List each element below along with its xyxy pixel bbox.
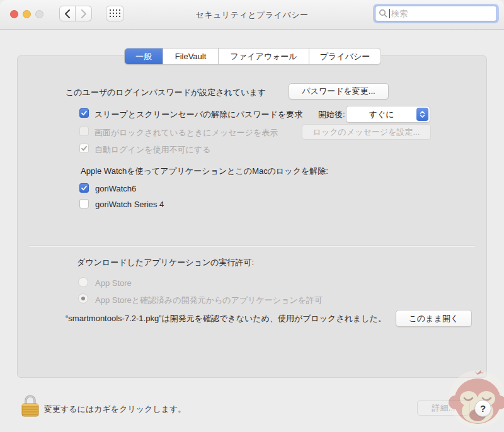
search-input[interactable] xyxy=(390,8,493,19)
gori-me-monkey-watermark xyxy=(448,370,504,429)
search-field[interactable] xyxy=(375,6,497,21)
app-store-radio-label: App Store xyxy=(95,278,132,288)
lock-icon[interactable] xyxy=(21,392,40,421)
open-anyway-button[interactable]: このまま開く xyxy=(396,310,472,327)
zoom-button-disabled xyxy=(35,10,43,18)
password-delay-popup[interactable]: すぐに xyxy=(346,106,430,123)
general-tab-panel xyxy=(17,55,487,378)
advanced-button: 詳細... xyxy=(417,401,470,416)
up-down-chevrons-icon xyxy=(419,110,426,118)
tab-filevault[interactable]: FileVault xyxy=(163,48,219,64)
radio-dot xyxy=(81,297,85,300)
search-icon xyxy=(379,9,388,18)
grid-icon xyxy=(110,9,120,18)
disable-auto-login-label: 自動ログインを使用不可にする xyxy=(94,144,210,156)
popup-arrows xyxy=(416,108,428,121)
security-privacy-window: セキュリティとプライバシー 一般 FileVault ファイアウォール プライバ… xyxy=(0,0,504,432)
require-password-checkbox[interactable] xyxy=(79,108,89,118)
identified-developers-radio-label: App Storeと確認済みの開発元からのアプリケーションを許可 xyxy=(95,295,323,306)
checkmark-icon xyxy=(81,145,88,152)
change-password-button[interactable]: パスワードを変更... xyxy=(289,83,389,99)
app-store-radio xyxy=(78,277,88,287)
downloads-heading: ダウンロードしたアプリケーションの実行許可: xyxy=(77,257,254,268)
help-button[interactable]: ? xyxy=(474,400,491,417)
window-title: セキュリティとプライバシー xyxy=(145,9,359,21)
tab-privacy[interactable]: プライバシー xyxy=(309,48,381,64)
title-bar: セキュリティとプライバシー xyxy=(0,0,504,30)
lock-hint-label: 変更するにはカギをクリックします。 xyxy=(44,404,186,415)
after-label: 開始後: xyxy=(318,109,345,120)
nav-buttons xyxy=(59,6,92,21)
show-message-label: 画面がロックされているときにメッセージを表示 xyxy=(94,127,278,139)
goriwatch-series4-label: goriWatch Series 4 xyxy=(95,200,164,209)
password-status-label: このユーザのログインパスワードが設定されています xyxy=(66,87,266,98)
show-all-button[interactable] xyxy=(106,6,124,21)
chevron-left-icon xyxy=(64,9,71,18)
goriwatch6-label: goriWatch6 xyxy=(95,184,136,193)
goriwatch6-checkbox[interactable] xyxy=(79,183,89,193)
forward-button[interactable] xyxy=(76,6,92,21)
tab-firewall[interactable]: ファイアウォール xyxy=(219,48,309,64)
show-message-checkbox xyxy=(79,127,89,136)
set-lock-message-button: ロックのメッセージを設定... xyxy=(302,124,431,140)
checkmark-icon xyxy=(81,185,88,191)
identified-developers-radio xyxy=(78,293,88,304)
minimize-button[interactable] xyxy=(23,10,31,18)
apple-watch-heading: Apple Watchを使ってアプリケーションとこのMacのロックを解除: xyxy=(81,166,328,177)
chevron-right-icon xyxy=(81,9,87,18)
goriwatch-series4-checkbox[interactable] xyxy=(79,199,89,208)
section-divider xyxy=(29,246,475,246)
checkmark-icon xyxy=(81,110,88,117)
popup-selected-value: すぐに xyxy=(346,109,416,120)
close-button[interactable] xyxy=(10,10,18,18)
back-button[interactable] xyxy=(59,6,76,21)
require-password-label: スリープとスクリーンセーバの解除にパスワードを要求 xyxy=(94,109,302,120)
tab-general[interactable]: 一般 xyxy=(125,48,163,64)
tab-bar: 一般 FileVault ファイアウォール プライバシー xyxy=(124,48,381,65)
disable-auto-login-checkbox xyxy=(79,144,89,153)
blocked-app-message: “smartmontools-7.2-1.pkg”は開発元を確認できないため、使… xyxy=(66,312,394,325)
